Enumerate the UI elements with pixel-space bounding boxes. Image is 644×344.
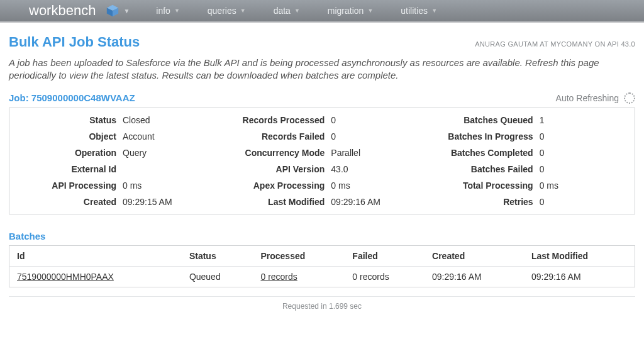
th-id: Id: [9, 245, 182, 266]
lbl-status: Status: [16, 115, 123, 125]
nav-data[interactable]: data▼: [274, 6, 300, 16]
nav-migration[interactable]: migration▼: [328, 6, 374, 16]
footer-timing: Requested in 1.699 sec: [9, 296, 635, 311]
brand-caret-icon[interactable]: ▼: [123, 8, 130, 14]
context-subtitle: ANURAG GAUTAM AT MYCOMANY ON API 43.0: [475, 40, 635, 48]
lbl-retries: Retries: [433, 197, 540, 207]
brand-label: workbench: [29, 3, 96, 19]
th-failed: Failed: [345, 245, 425, 266]
batch-last-modified: 09:29:16 AM: [524, 266, 635, 287]
lbl-records-failed: Records Failed: [224, 131, 331, 141]
job-id-label: Job: 7509000000C48WVAAZ: [9, 92, 135, 103]
lbl-total-processing: Total Processing: [433, 180, 540, 191]
batches-table: Id Status Processed Failed Created Last …: [9, 245, 635, 287]
lbl-concurrency: Concurrency Mode: [224, 148, 331, 158]
val-retries: 0: [540, 197, 545, 207]
lbl-object: Object: [16, 131, 123, 141]
lbl-last-modified: Last Modified: [224, 197, 331, 207]
job-details-grid: StatusClosed Records Processed0 Batches …: [9, 108, 635, 214]
spinner-icon: [624, 92, 635, 104]
batches-header-row: Id Status Processed Failed Created Last …: [9, 245, 635, 266]
batch-status: Queued: [182, 266, 253, 287]
lbl-created: Created: [16, 197, 123, 207]
lbl-api-processing: API Processing: [16, 180, 123, 191]
chevron-down-icon: ▼: [174, 8, 180, 14]
nav-queries[interactable]: queries▼: [208, 6, 246, 16]
th-processed: Processed: [253, 245, 345, 266]
lbl-batches-completed: Batches Completed: [433, 148, 540, 158]
table-row: 7519000000HMH0PAAX Queued 0 records 0 re…: [9, 266, 635, 287]
val-apex-processing: 0 ms: [331, 180, 350, 191]
val-records-processed: 0: [331, 115, 336, 125]
batch-failed: 0 records: [345, 266, 425, 287]
lbl-apex-processing: Apex Processing: [224, 180, 331, 191]
chevron-down-icon: ▼: [367, 8, 373, 14]
lbl-batches-queued: Batches Queued: [433, 115, 540, 125]
lbl-batches-in-progress: Batches In Progress: [433, 131, 540, 141]
batch-created: 09:29:16 AM: [425, 266, 524, 287]
val-operation: Query: [123, 148, 147, 158]
cube-icon: [106, 4, 119, 18]
nav-utilities[interactable]: utilities▼: [401, 6, 437, 16]
val-api-processing: 0 ms: [123, 180, 142, 191]
th-created: Created: [425, 245, 524, 266]
val-records-failed: 0: [331, 131, 336, 141]
val-object: Account: [123, 131, 155, 141]
val-status: Closed: [123, 115, 150, 125]
page-title: Bulk API Job Status: [9, 34, 140, 50]
val-batches-failed: 0: [540, 164, 545, 174]
page-description: A job has been uploaded to Salesforce vi…: [9, 57, 635, 82]
nav-info[interactable]: info▼: [156, 6, 180, 16]
val-total-processing: 0 ms: [540, 180, 558, 191]
th-last-modified: Last Modified: [524, 245, 635, 266]
val-created: 09:29:15 AM: [123, 197, 172, 207]
lbl-api-version: API Version: [224, 164, 331, 174]
lbl-operation: Operation: [16, 148, 123, 158]
auto-refresh-status: Auto Refreshing: [556, 92, 635, 104]
val-api-version: 43.0: [331, 164, 348, 174]
lbl-external-id: External Id: [16, 164, 123, 174]
lbl-records-processed: Records Processed: [224, 115, 331, 125]
lbl-batches-failed: Batches Failed: [433, 164, 540, 174]
val-batches-in-progress: 0: [540, 131, 545, 141]
val-batches-queued: 1: [540, 115, 545, 125]
val-last-modified: 09:29:16 AM: [331, 197, 380, 207]
chevron-down-icon: ▼: [294, 8, 300, 14]
chevron-down-icon: ▼: [240, 8, 246, 14]
batches-heading: Batches: [9, 231, 635, 241]
nav-items: info▼ queries▼ data▼ migration▼ utilitie…: [156, 6, 437, 16]
val-concurrency: Parallel: [331, 148, 360, 158]
th-status: Status: [182, 245, 253, 266]
top-navbar: workbench ▼ info▼ queries▼ data▼ migrati…: [0, 0, 644, 23]
chevron-down-icon: ▼: [431, 8, 437, 14]
batch-processed-link[interactable]: 0 records: [260, 272, 297, 282]
batch-id-link[interactable]: 7519000000HMH0PAAX: [17, 272, 114, 282]
val-batches-completed: 0: [540, 148, 545, 158]
